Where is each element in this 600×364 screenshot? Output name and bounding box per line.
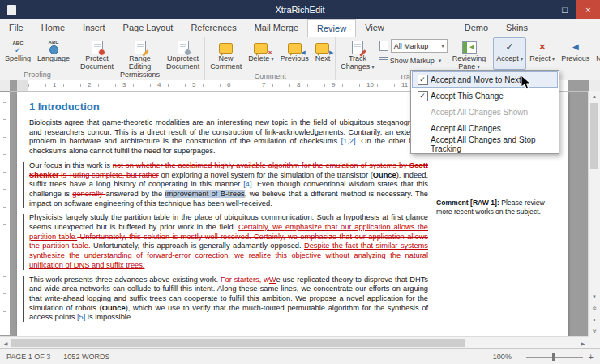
horizontal-scroll-thumb[interactable] (11, 339, 465, 347)
previous-change-icon: ◀ (572, 40, 579, 54)
text-run: improvement of B-trees (165, 190, 245, 198)
word-count: 1052 WORDS (63, 353, 109, 361)
ruler-number: 2 (88, 81, 91, 88)
close-icon[interactable]: × (576, 0, 600, 19)
reviewing-pane-icon: ◀ (462, 40, 477, 54)
text-run: Ounce (102, 304, 126, 312)
reviewing-pane-button[interactable]: ◀ Reviewing Pane▾ (449, 37, 490, 72)
ruler-number: 7 (262, 81, 265, 88)
text-run: not on whether the acclaimed highly avai… (113, 161, 409, 169)
text-run: on exploring a novel system for the simu… (159, 171, 373, 179)
citation-link[interactable]: [4] (243, 180, 251, 188)
track-changes-button[interactable]: Track Changes▾ (337, 37, 378, 72)
protect-document-button[interactable]: Protect Document (77, 37, 117, 79)
spelling-icon: ABC ✓ (13, 40, 24, 54)
text-run: answered by the (105, 190, 165, 198)
unprotect-document-button[interactable]: Unprotect Document (163, 37, 203, 79)
tab-insert[interactable]: Insert (74, 19, 114, 37)
show-markup-icon (379, 57, 388, 64)
page-indicator: PAGE 1 OF 3 (6, 353, 50, 361)
text-run: Our focus in this work is (29, 161, 113, 169)
tab-mail-merge[interactable]: Mail Merge (246, 19, 307, 37)
scroll-down-icon[interactable]: ▼ (589, 291, 600, 302)
tab-file[interactable]: File (0, 19, 32, 37)
xtrarichedit-window: XtraRichEdit – □ × File Home Insert Page… (0, 0, 600, 364)
tab-skins[interactable]: Skins (497, 19, 537, 37)
titlebar: XtraRichEdit – □ × (0, 0, 600, 19)
ruler-number: 9 (332, 81, 335, 88)
menu-item[interactable]: Accept All Changes (412, 120, 558, 136)
zoom-out-button[interactable]: - (517, 353, 521, 361)
scroll-left-icon[interactable]: ◀ (0, 337, 11, 349)
text-run: Unfortunately, this approach is generall… (91, 242, 304, 250)
previous-change-button[interactable]: ◀ Previous (558, 37, 593, 70)
section-heading[interactable]: 1 Introduction (29, 101, 428, 113)
menu-item-label: Accept This Change (431, 92, 504, 101)
text-run: is impossible. (85, 313, 132, 321)
scroll-right-icon[interactable]: ▶ (577, 337, 589, 349)
scroll-up-icon[interactable]: ▲ (589, 91, 600, 102)
ruler-margin (17, 80, 28, 91)
ribbon-group-protect: Protect Document Range Editing Permissio… (75, 37, 205, 80)
tab-demo[interactable]: Demo (456, 19, 497, 37)
language-button[interactable]: ABC Language (34, 37, 73, 70)
previous-page-button[interactable]: « (589, 302, 600, 314)
ruler-number: 5 (192, 81, 195, 88)
tab-references[interactable]: References (182, 19, 245, 37)
comment-balloon[interactable]: Comment [RAW 1]: Please review more rece… (436, 195, 559, 216)
paragraph[interactable]: This work presents three advances above … (29, 276, 428, 323)
spelling-button[interactable]: ABC ✓ Spelling (2, 37, 34, 70)
menu-item[interactable]: Accept All Changes and Stop Tracking (412, 136, 558, 152)
menu-item-label: Accept and Move to Next (431, 75, 521, 84)
chevron-down-icon: ▾ (477, 64, 480, 70)
status-bar: PAGE 1 OF 3 1052 WORDS 100% - + (0, 348, 600, 364)
horizontal-scrollbar[interactable]: ◀ ▶ (0, 336, 589, 349)
mouse-cursor-icon (521, 75, 531, 90)
zoom-slider[interactable] (526, 353, 583, 361)
tab-page-layout[interactable]: Page Layout (114, 19, 182, 37)
next-comment-button[interactable]: ▶ Next (312, 37, 334, 71)
delete-comment-button[interactable]: × Delete▾ (245, 37, 277, 71)
text-run: For starters, w (221, 276, 269, 284)
accept-button[interactable]: ✓ Accept▾ (493, 37, 526, 70)
citation-link[interactable]: [5] (77, 313, 85, 321)
new-comment-icon (219, 40, 233, 54)
vertical-scrollbar[interactable]: ▲ ▼ « • » (588, 91, 600, 336)
menu-item[interactable]: ✓Accept This Change (412, 88, 558, 104)
protect-document-icon (92, 40, 103, 54)
zoom-slider-thumb[interactable] (552, 353, 555, 361)
paragraph[interactable]: Physicists largely study the partition t… (29, 213, 428, 270)
paragraph[interactable]: Biologists agree that game-theoretic mod… (29, 118, 428, 156)
tab-review[interactable]: Review (307, 19, 356, 37)
next-change-button[interactable]: ▶ Next (593, 37, 600, 70)
track-changes-icon (352, 40, 363, 54)
next-page-button[interactable]: » (589, 325, 600, 336)
tab-home[interactable]: Home (32, 19, 74, 37)
citation-link[interactable]: [1,2] (341, 137, 355, 145)
maximize-icon[interactable]: □ (553, 0, 576, 19)
window-controls: – □ × (529, 0, 600, 19)
ruler-number: 11 (401, 81, 408, 88)
menu-item[interactable]: ✓Accept and Move to Next (412, 71, 558, 88)
paragraph[interactable]: Our focus in this work is not on whether… (29, 161, 428, 209)
new-comment-button[interactable]: New Comment (207, 37, 245, 71)
window-title: XtraRichEdit (0, 5, 600, 15)
reject-button[interactable]: × Reject▾ (526, 37, 558, 70)
markup-combo[interactable]: All Markup ▾ (391, 39, 448, 53)
chevron-down-icon: ▾ (371, 64, 375, 70)
zoom-in-button[interactable]: + (589, 353, 594, 361)
ruler-number: 3 (122, 81, 126, 88)
show-markup-button[interactable]: Show Markup ▾ (379, 54, 448, 66)
vertical-scroll-thumb[interactable] (590, 103, 598, 169)
select-browse-object-button[interactable]: • (589, 314, 600, 325)
range-editing-permissions-button[interactable]: Range Editing Permissions (117, 37, 163, 79)
chevron-down-icon: ▾ (271, 56, 274, 62)
vertical-ruler[interactable] (0, 91, 10, 336)
comment-label: Comment [RAW 1]: (436, 199, 499, 207)
language-icon: ABC (49, 40, 59, 54)
scrollbar-corner (589, 336, 600, 348)
previous-comment-button[interactable]: ◀ Previous (277, 37, 312, 71)
tab-view[interactable]: View (356, 19, 393, 37)
minimize-icon[interactable]: – (529, 0, 553, 19)
menu-item: Accept All Changes Shown (412, 104, 558, 120)
